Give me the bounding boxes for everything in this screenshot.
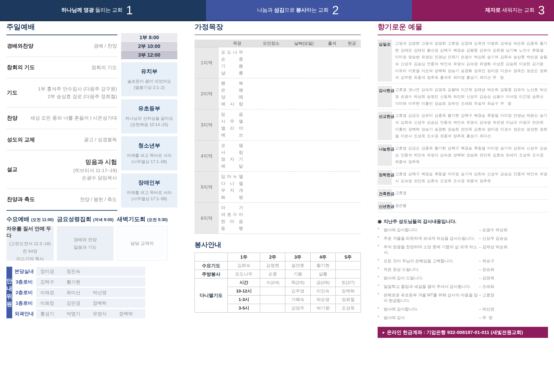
daniel-prayer-label: 다니엘기도 — [195, 279, 228, 313]
justified-char: 랑 — [239, 101, 243, 107]
rota-row: 주방봉사포도나무순종기쁨샬롬 — [195, 270, 361, 279]
worship-value-line: (히브리서 11:17–19) — [73, 167, 117, 174]
mokjang-name-text: 사무엘 — [221, 118, 243, 124]
mokjang-name: 엘리야 — [221, 125, 256, 132]
slogan-part: 제자로 — [485, 7, 502, 13]
thanks-text: 범사에 감사합니다. — [384, 306, 479, 312]
mokjang-name-text: 동행 — [221, 225, 243, 231]
justified-char: 양 — [221, 94, 225, 100]
justified-char: 닮 — [239, 163, 243, 169]
page-title-home-cell: 가정목장 — [194, 22, 361, 35]
justified-char: 엘 — [239, 181, 243, 187]
asterisk-bullet-icon: * — [378, 315, 384, 320]
mokjang-name-text: 사랑 — [221, 149, 243, 155]
offering-donor-names: 정은별 — [392, 202, 548, 210]
justified-char: 여 — [221, 212, 225, 218]
department-sermon-title: 어깨를 펴고 똑바로 서라 — [123, 189, 176, 196]
home-cell-region-row: 5지역임마누엘다니엘무지개화평 — [194, 172, 361, 203]
justified-char: 신 — [379, 204, 383, 209]
rota-cell: 포도나무 — [228, 270, 260, 279]
offering-donor-names: 고효영 김택구 백경승 류동열 이미정 송기석 김희숙 신성우 김승심 안종석 … — [392, 170, 548, 185]
justified-char: 뎀 — [239, 143, 243, 148]
slogan-part: 으로 — [284, 7, 296, 13]
usher-location-label: 외곽안내 — [12, 309, 36, 318]
thanks-item: *추운 겨울을 따뜻하게 보내게 하심을 감사드립니다.– 신성우 김승심 — [378, 234, 548, 243]
worship-item-label: 기도 — [7, 89, 18, 96]
justified-char: 복 — [239, 80, 243, 86]
mokjang-name-text: 다니엘 — [221, 181, 243, 187]
usher-name: 박명기 — [67, 311, 93, 317]
justified-char: 혜 — [239, 87, 243, 93]
mokjang-name: 예사랑 — [221, 101, 256, 108]
slogan-part: 섬김 — [274, 7, 284, 13]
worship-value-line: 손광수 담임목사 — [73, 174, 117, 182]
usher-name: 박선영 — [93, 289, 119, 296]
thanks-text: 모든 것이 주님의 은혜임을 고백합니다. — [384, 258, 479, 264]
department-card: 청소년부어깨를 펴고 똑바로 서라(사무엘상 17:1–58) — [121, 136, 177, 170]
justified-char: 마 — [221, 205, 225, 211]
slogan-part: 하나님께 — [62, 7, 83, 13]
service-guide-title: 봉사안내 — [194, 240, 361, 249]
mokjang-name: 동행 — [221, 225, 256, 232]
worship-value-line: 2부 송상효 장로 (다음주 정희철) — [38, 93, 117, 100]
thanks-giver: – 무 명 — [479, 315, 548, 320]
mokjang-name-text: 행복 — [221, 80, 243, 86]
mokjang-name: 여호수아 — [221, 211, 256, 218]
mokjang-name: 청지기 — [221, 156, 256, 163]
usher-name: 이재경 — [40, 289, 67, 296]
offering-type-text: 신년헌금 — [379, 204, 391, 209]
justified-char: 랑 — [239, 149, 243, 155]
justified-char: 사 — [230, 101, 234, 107]
home-cell-region-row: 6지역마가여호수아한마음동행 — [194, 203, 361, 234]
midweek-service-time: (오전 11:00) — [31, 217, 54, 222]
daniel-cell: 정희철 — [335, 295, 360, 304]
header-bar-1: 하나님께 영광 돌리는 교회1 — [0, 0, 206, 21]
thanks-giver: – 김영옥 — [479, 275, 548, 281]
home-cell-table: 목장모인장소날짜(요일)출석헌금1지역포도나무순종기쁨샬롬2지역행복은혜양떼예사… — [194, 40, 361, 234]
service-time-row: 2부 10:00 — [121, 42, 177, 50]
justified-char: 교 — [383, 114, 387, 119]
justified-char: 일 — [383, 42, 387, 47]
home-cell-region-row: 1지역포도나무순종기쁨샬롬 — [194, 47, 361, 78]
justified-char: 호 — [227, 212, 231, 218]
slogan-part: 세워지는 교회 — [502, 7, 534, 13]
justified-char: 기 — [221, 63, 225, 69]
department-scripture: (요한복음 10:14–15) — [123, 122, 176, 128]
offering-type-text: 나눔헌금 — [379, 147, 391, 152]
offering-section: 건축헌금고효영 — [378, 187, 548, 200]
service-time-list: 1부 8:002부 10:003부 12:00 — [121, 33, 177, 59]
offering-type-label: 건축헌금 — [378, 189, 392, 197]
midweek-card-line: 말씀과 기도 — [74, 244, 97, 250]
justified-char: 개 — [239, 188, 243, 194]
region-name: 4지역 — [194, 140, 219, 171]
thanks-text: 주의 영광을 찬양하며 소망 중에 기쁨의 삶 되게 하소서. — [384, 244, 479, 255]
thanks-item: *범사에 감사– 무 명 — [378, 313, 548, 322]
justified-char: 장 — [379, 172, 383, 178]
offering-type-label: 십일조 — [378, 40, 392, 82]
mokjang-name: 로뎀 — [221, 142, 256, 149]
justified-char: 무 — [230, 118, 234, 124]
department-sermon-title: 어깨를 펴고 똑바로 서라 — [123, 153, 176, 159]
justified-char: 건 — [379, 191, 383, 196]
asterisk-bullet-icon: * — [378, 227, 384, 233]
justified-char: 야 — [239, 125, 243, 131]
usher-name: 최미선 — [67, 289, 93, 296]
rota-week-header: 1주 — [228, 253, 260, 261]
worship-item-label: 경배와찬양 — [7, 42, 33, 49]
worship-item-value: 경배 / 찬양 — [93, 42, 117, 50]
mokjang-name: 예쓰 — [221, 132, 256, 139]
mokjang-name-text: 순종 — [221, 56, 243, 62]
usher-name: 황기현 — [67, 279, 93, 285]
page-title-offerings: 향기로운 예물 — [378, 22, 548, 35]
rota-cell: 샬롬 — [310, 270, 335, 279]
arrow-marker-icon: ▸ — [383, 330, 385, 335]
justified-char: 청 — [221, 156, 225, 162]
justified-char: 샬 — [221, 70, 225, 76]
thanks-item: *모든 것이 주님의 은혜임을 고백합니다.– 최승구 — [378, 257, 548, 265]
rota-corner-cell — [195, 253, 228, 261]
department-sermon-title: 하나님의 선하심을 닮아요 — [123, 115, 176, 122]
asterisk-bullet-icon: * — [378, 292, 384, 303]
mokjang-name-text: 임마누엘 — [221, 174, 243, 180]
thanks-giver: – 조세희 — [479, 284, 548, 289]
offering-section: 나눔헌금고효영 김금오 김종욱 황기현 김택구 백경승 류동열 이미정 송기석 … — [378, 142, 548, 168]
